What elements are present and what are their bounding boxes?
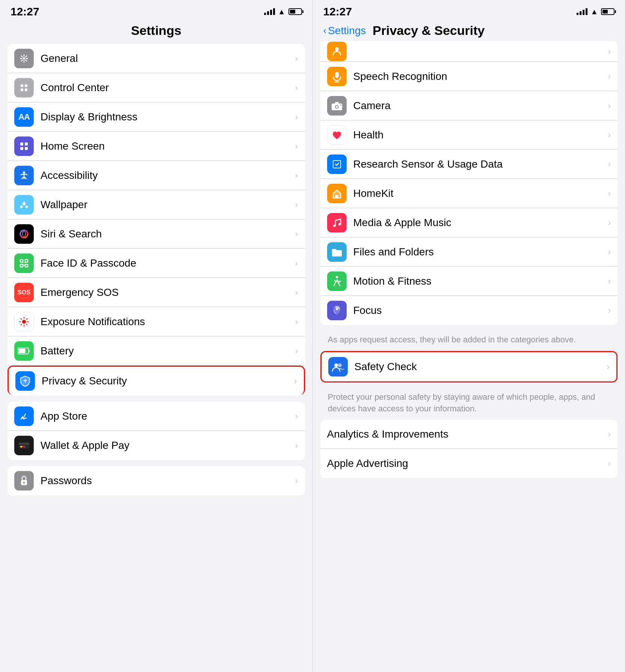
- row-passwords[interactable]: Passwords ›: [8, 466, 305, 495]
- right-section-bottom: Analytics & Improvements › Apple Adverti…: [320, 420, 618, 478]
- battery-chevron: ›: [295, 346, 298, 356]
- safety-check-section: Safety Check ›: [320, 351, 618, 382]
- row-camera[interactable]: Camera ›: [320, 91, 618, 120]
- partial-top-icon: [327, 42, 347, 61]
- row-emergency-sos[interactable]: SOS Emergency SOS ›: [8, 278, 305, 307]
- row-control-center[interactable]: Control Center ›: [8, 73, 305, 102]
- analytics-label: Analytics & Improvements: [327, 428, 605, 440]
- wallpaper-chevron: ›: [295, 200, 298, 210]
- svg-point-42: [333, 225, 335, 227]
- row-partial-top[interactable]: ›: [320, 41, 618, 62]
- row-accessibility[interactable]: Accessibility ›: [8, 161, 305, 190]
- research-label: Research Sensor & Usage Data: [353, 158, 605, 170]
- wallet-label: Wallet & Apple Pay: [41, 440, 292, 452]
- left-panel: 12:27 ▲ Settings General: [0, 0, 312, 672]
- svg-rect-28: [23, 446, 25, 447]
- right-section-top: › Speech Recognition › Camera ›: [320, 41, 618, 325]
- svg-rect-27: [20, 446, 23, 447]
- wallet-chevron: ›: [295, 440, 298, 451]
- apple-advertising-chevron: ›: [608, 458, 611, 469]
- row-media-music[interactable]: Media & Apple Music ›: [320, 208, 618, 237]
- exposure-label: Exposure Notifications: [41, 316, 292, 328]
- left-status-icons: ▲: [264, 8, 302, 16]
- files-folders-chevron: ›: [608, 247, 611, 257]
- right-nav-bar: ‹ Settings Privacy & Security: [313, 20, 625, 39]
- safety-check-chevron: ›: [607, 362, 610, 372]
- control-center-label: Control Center: [41, 82, 292, 94]
- row-general[interactable]: General ›: [8, 44, 305, 73]
- partial-top-chevron: ›: [608, 46, 611, 57]
- row-motion-fitness[interactable]: Motion & Fitness ›: [320, 267, 618, 296]
- camera-icon: [327, 96, 347, 116]
- camera-chevron: ›: [608, 100, 611, 111]
- safety-check-icon: [328, 357, 348, 376]
- app-store-label: App Store: [41, 410, 292, 422]
- left-section-passwords: Passwords ›: [8, 466, 305, 495]
- row-analytics[interactable]: Analytics & Improvements ›: [320, 420, 618, 449]
- siri-icon: [14, 224, 34, 244]
- right-panel: 12:27 ▲ ‹ Settings Privacy & Security: [313, 0, 625, 672]
- siri-label: Siri & Search: [41, 228, 292, 240]
- svg-rect-8: [25, 147, 28, 150]
- row-face-id[interactable]: Face ID & Passcode ›: [8, 249, 305, 278]
- svg-point-17: [25, 262, 26, 263]
- files-folders-icon: [327, 242, 347, 262]
- left-time: 12:27: [11, 5, 39, 18]
- right-status-icons: ▲: [577, 8, 614, 16]
- emergency-sos-icon: SOS: [14, 283, 34, 302]
- right-wifi-icon: ▲: [590, 8, 598, 16]
- row-home-screen[interactable]: Home Screen ›: [8, 132, 305, 161]
- svg-point-44: [336, 276, 338, 278]
- health-chevron: ›: [608, 130, 611, 140]
- passwords-icon: [14, 471, 34, 490]
- left-page-title-bar: Settings: [0, 20, 312, 42]
- focus-label: Focus: [353, 304, 605, 316]
- svg-rect-1: [21, 84, 23, 87]
- svg-point-11: [23, 231, 26, 237]
- home-screen-icon: [14, 136, 34, 156]
- back-label[interactable]: Settings: [328, 25, 366, 37]
- passwords-chevron: ›: [295, 476, 298, 486]
- media-music-icon: [327, 213, 347, 232]
- wallpaper-icon: [14, 195, 34, 214]
- left-section-main: General › Control Center › AA Display & …: [8, 44, 305, 396]
- face-id-icon: [14, 254, 34, 273]
- row-battery[interactable]: Battery ›: [8, 336, 305, 366]
- row-wallpaper[interactable]: Wallpaper ›: [8, 190, 305, 219]
- row-homekit[interactable]: HomeKit ›: [320, 179, 618, 208]
- control-center-chevron: ›: [295, 82, 298, 93]
- row-siri-search[interactable]: Siri & Search ›: [8, 219, 305, 249]
- row-wallet[interactable]: Wallet & Apple Pay ›: [8, 431, 305, 460]
- row-exposure[interactable]: Exposure Notifications ›: [8, 307, 305, 336]
- svg-point-9: [23, 171, 25, 174]
- row-health[interactable]: Health ›: [320, 120, 618, 150]
- svg-rect-6: [25, 142, 28, 146]
- row-speech-recognition[interactable]: Speech Recognition ›: [320, 62, 618, 91]
- apple-advertising-label: Apple Advertising: [327, 458, 605, 470]
- row-files-folders[interactable]: Files and Folders ›: [320, 237, 618, 267]
- row-privacy-security[interactable]: Privacy & Security ›: [8, 366, 305, 395]
- row-focus[interactable]: Focus ›: [320, 296, 618, 325]
- svg-point-20: [22, 320, 26, 324]
- control-center-icon: [14, 78, 34, 98]
- analytics-chevron: ›: [608, 429, 611, 440]
- battery-label: Battery: [41, 345, 292, 357]
- svg-rect-7: [20, 147, 23, 150]
- back-chevron-icon[interactable]: ‹: [323, 25, 327, 36]
- row-display-brightness[interactable]: AA Display & Brightness ›: [8, 102, 305, 132]
- svg-rect-33: [335, 72, 339, 78]
- row-apple-advertising[interactable]: Apple Advertising ›: [320, 449, 618, 478]
- row-safety-check[interactable]: Safety Check ›: [322, 352, 617, 381]
- right-settings-scroll[interactable]: › Speech Recognition › Camera ›: [313, 39, 625, 672]
- svg-point-38: [336, 106, 338, 108]
- media-music-chevron: ›: [608, 218, 611, 228]
- svg-point-32: [335, 47, 339, 51]
- passwords-label: Passwords: [41, 475, 292, 487]
- focus-chevron: ›: [608, 305, 611, 316]
- row-app-store[interactable]: App Store ›: [8, 402, 305, 431]
- svg-rect-3: [21, 88, 23, 91]
- row-research[interactable]: Research Sensor & Usage Data ›: [320, 150, 618, 179]
- research-chevron: ›: [608, 159, 611, 170]
- left-settings-scroll[interactable]: General › Control Center › AA Display & …: [0, 42, 312, 672]
- svg-point-16: [23, 262, 24, 263]
